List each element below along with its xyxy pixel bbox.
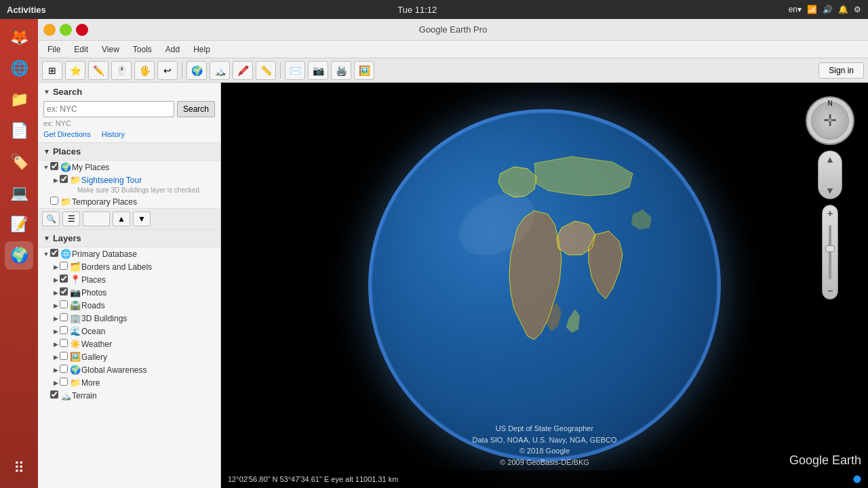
roads-row[interactable]: ▶ 🛣️ Roads [38, 299, 220, 312]
zoom-slider-thumb[interactable] [825, 245, 835, 252]
dock-notes[interactable]: 📝 [5, 210, 33, 239]
dock-files[interactable]: 📁 [5, 85, 33, 114]
settings-icon[interactable]: ⚙ [854, 5, 861, 14]
my-places-row[interactable]: ▼ 🌍 My Places [38, 161, 220, 174]
places-layer-arrow[interactable]: ▶ [52, 277, 60, 283]
weather-arrow[interactable]: ▶ [52, 341, 60, 348]
toolbar-photo[interactable]: 📷 [308, 61, 328, 80]
dock-apps[interactable]: ⠿ [5, 454, 33, 483]
3d-buildings-arrow[interactable]: ▶ [52, 315, 60, 322]
get-directions-link[interactable]: Get Directions [43, 130, 91, 138]
toolbar-print[interactable]: 🖨️ [331, 61, 351, 80]
my-places-check[interactable] [50, 162, 60, 172]
menu-help[interactable]: Help [188, 43, 216, 56]
dock-firefox[interactable]: 🦊 [5, 23, 33, 52]
dock-software[interactable]: 🏷️ [5, 148, 33, 176]
signin-button[interactable]: Sign in [818, 62, 864, 79]
gallery-row[interactable]: ▶ 🖼️ Gallery [38, 350, 220, 363]
panel-blank-btn[interactable] [83, 211, 110, 226]
dock-browser[interactable]: 🌐 [5, 54, 33, 83]
more-arrow[interactable]: ▶ [52, 380, 60, 386]
photos-check[interactable] [60, 287, 69, 298]
toolbar-sidebar-toggle[interactable]: ⊞ [42, 61, 62, 80]
places-header[interactable]: ▼ Places [38, 143, 220, 161]
primary-db-arrow[interactable]: ▼ [42, 251, 50, 258]
compass[interactable]: N ✛ [806, 96, 854, 145]
toolbar-ruler[interactable]: 📏 [256, 61, 276, 80]
layers-header[interactable]: ▼ Layers [38, 230, 220, 247]
terrain-row[interactable]: ▶ 🏔️ Terrain [38, 389, 220, 402]
primary-db-check[interactable] [50, 249, 60, 259]
toolbar-water[interactable]: 🖍️ [233, 61, 253, 80]
ocean-arrow[interactable]: ▶ [52, 328, 60, 335]
ocean-row[interactable]: ▶ 🌊 Ocean [38, 325, 220, 338]
weather-row[interactable]: ▶ ☀️ Weather [38, 338, 220, 350]
toolbar-sky[interactable]: 🏔️ [210, 61, 230, 80]
activities-label[interactable]: Activities [7, 5, 46, 15]
compass-arrows-icon[interactable]: ✛ [823, 111, 837, 130]
notify-icon[interactable]: 🔔 [838, 5, 848, 14]
toolbar-record[interactable]: 🖐️ [134, 61, 155, 80]
sightseeing-row[interactable]: ▶ 📁 Sightseeing Tour [38, 174, 220, 186]
search-button[interactable]: Search [177, 101, 215, 117]
dock-earth[interactable]: 🌍 [5, 241, 33, 270]
compass-ring[interactable]: ✛ [811, 102, 849, 140]
zoom-in-button[interactable]: + [827, 208, 833, 219]
menu-edit[interactable]: Edit [68, 43, 94, 56]
3d-buildings-row[interactable]: ▶ 🏢 3D Buildings [38, 312, 220, 325]
search-input[interactable] [43, 101, 174, 117]
places-layer-check[interactable] [60, 274, 69, 285]
zoom-control[interactable]: + − [822, 205, 838, 300]
places-layer-row[interactable]: ▶ 📍 Places [38, 273, 220, 286]
borders-check[interactable] [60, 262, 69, 272]
menu-tools[interactable]: Tools [127, 43, 157, 56]
my-places-arrow[interactable]: ▼ [42, 164, 50, 171]
toolbar-undo[interactable]: ↩ [157, 61, 178, 80]
zoom-slider-track[interactable] [829, 225, 831, 279]
tilt-down-icon[interactable]: ▼ [825, 185, 835, 196]
global-awareness-check[interactable] [60, 365, 69, 375]
panel-list-btn[interactable]: ☰ [62, 211, 80, 226]
3d-buildings-check[interactable] [60, 313, 69, 323]
map-area[interactable]: US Dept of State Geographer Data SIO, NO… [221, 83, 868, 488]
more-row[interactable]: ▶ 📁 More [38, 376, 220, 389]
language-indicator[interactable]: en▾ [789, 5, 802, 14]
gallery-arrow[interactable]: ▶ [52, 354, 60, 361]
sightseeing-check[interactable] [60, 175, 69, 185]
roads-arrow[interactable]: ▶ [52, 302, 60, 309]
photos-row[interactable]: ▶ 📷 Photos [38, 286, 220, 299]
dock-terminal[interactable]: 💻 [5, 179, 33, 207]
more-check[interactable] [60, 378, 69, 388]
roads-check[interactable] [60, 300, 69, 310]
toolbar-polygon[interactable]: ✏️ [88, 61, 108, 80]
temp-places-check[interactable] [50, 197, 60, 207]
toolbar-placemark[interactable]: ⭐ [65, 61, 85, 80]
tilt-control[interactable]: ▲ ▼ [818, 150, 842, 199]
panel-search-btn[interactable]: 🔍 [42, 211, 60, 226]
temporary-places-row[interactable]: ▶ 📁 Temporary Places [38, 195, 220, 208]
tilt-up-icon[interactable]: ▲ [825, 154, 835, 165]
borders-arrow[interactable]: ▶ [52, 264, 60, 270]
menu-add[interactable]: Add [160, 43, 185, 56]
gallery-check[interactable] [60, 352, 69, 362]
sightseeing-arrow[interactable]: ▶ [52, 177, 60, 184]
menu-file[interactable]: File [42, 43, 66, 56]
borders-row[interactable]: ▶ 🗂️ Borders and Labels [38, 260, 220, 273]
history-link[interactable]: History [102, 130, 125, 138]
global-awareness-arrow[interactable]: ▶ [52, 367, 60, 373]
minimize-button[interactable] [43, 24, 56, 36]
toolbar-sunlight[interactable]: 🌍 [186, 61, 207, 80]
menu-view[interactable]: View [96, 43, 125, 56]
photos-arrow[interactable]: ▶ [52, 289, 60, 296]
dock-documents[interactable]: 📄 [5, 117, 33, 145]
ocean-check[interactable] [60, 326, 69, 336]
close-button[interactable] [76, 24, 88, 36]
volume-icon[interactable]: 🔊 [823, 5, 833, 14]
search-header[interactable]: ▼ Search [43, 87, 215, 97]
terrain-check[interactable] [50, 390, 60, 401]
zoom-out-button[interactable]: − [827, 285, 833, 296]
primary-database-row[interactable]: ▼ 🌐 Primary Database [38, 247, 220, 260]
weather-check[interactable] [60, 339, 69, 349]
panel-up-btn[interactable]: ▲ [113, 211, 130, 226]
global-awareness-row[interactable]: ▶ 🌍 Global Awareness [38, 363, 220, 376]
